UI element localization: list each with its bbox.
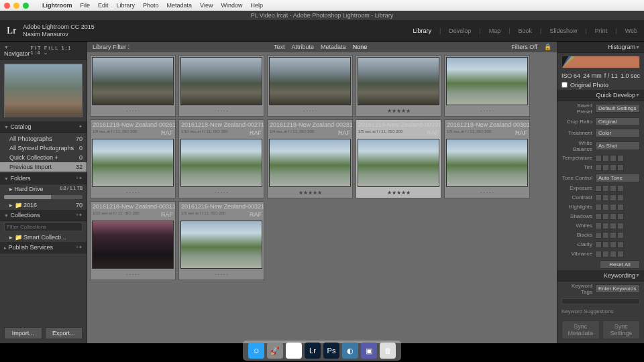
thumbnail-grid[interactable]: · · · · ·· · · · ·· · · · ·★★★★★· · · · … [87,52,557,343]
rating-stars[interactable]: · · · · · [268,107,352,116]
stepper-button[interactable] [610,164,616,171]
module-develop[interactable]: Develop [449,27,471,34]
rating-stars[interactable]: · · · · · [91,270,175,280]
publish-header[interactable]: ▸ Publish Services+✦ [0,242,87,253]
thumbnail-cell[interactable]: · · · · · [267,55,353,117]
stepper-button[interactable] [602,241,609,248]
rating-stars[interactable]: · · · · · [445,188,529,198]
stepper-button[interactable] [595,204,602,210]
thumbnail-cell[interactable]: 20161218-New Zealand-002612/18/16…9:17 A… [90,119,176,198]
sync-metadata-button[interactable]: Sync Metadata [561,320,600,339]
filter-text[interactable]: Text [274,44,285,50]
module-map[interactable]: Map [489,27,501,34]
stepper-button[interactable] [602,155,609,162]
stepper-button[interactable] [595,164,602,171]
filter-attribute[interactable]: Attribute [292,44,315,50]
dock-chrome[interactable]: ◉ [286,343,302,359]
histogram-header[interactable]: Histogram ▼ [557,42,644,53]
dock-lightroom[interactable]: Lr [305,343,321,359]
filter-metadata[interactable]: Metadata [321,44,346,50]
stepper-button[interactable] [610,213,616,220]
autotone-button[interactable]: Auto Tone [595,174,640,182]
stepper-button[interactable] [617,251,624,257]
close-dot[interactable] [4,3,10,9]
menu-photo[interactable]: Photo [143,2,159,9]
thumbnail-image[interactable] [180,221,262,269]
keywording-header[interactable]: Keywording ▼ [557,270,644,282]
minimize-dot[interactable] [13,3,19,9]
thumbnail-image[interactable] [180,139,262,187]
crop-dropdown[interactable]: Original [595,117,640,126]
volume-row[interactable]: ▸ Hard Drive 0.8 / 1.1 TB [0,184,87,194]
stepper-button[interactable] [602,194,609,201]
stepper-button[interactable] [610,204,616,210]
navigator-modes[interactable]: FIT FILL 1:1 1:4 ⌄ [31,46,83,56]
stepper-button[interactable] [610,223,616,229]
stepper-button[interactable] [617,223,624,229]
rating-stars[interactable]: · · · · · [179,270,264,280]
collections-filter[interactable] [4,223,83,231]
catalog-header[interactable]: ▼ Catalog✦ [0,121,87,133]
rating-stars[interactable]: ★★★★★ [356,107,441,116]
thumbnail-image[interactable] [92,57,174,105]
stepper-button[interactable] [595,223,602,229]
stepper-button[interactable] [602,204,609,210]
zoom-dot[interactable] [23,3,29,9]
smart-collections[interactable]: ▸ 📁 Smart Collecti... [0,233,87,242]
stepper-button[interactable] [610,241,616,248]
menu-edit[interactable]: Edit [98,2,109,9]
stepper-button[interactable] [602,185,609,192]
filter-lock-icon[interactable]: 🔒 [544,44,551,50]
thumbnail-image[interactable] [92,221,174,269]
stepper-button[interactable] [617,185,624,192]
menu-metadata[interactable]: Metadata [167,2,193,9]
thumbnail-cell[interactable]: 20161218-New Zealand-002812/18/16…9:44 A… [267,119,353,198]
stepper-button[interactable] [610,185,616,192]
stepper-button[interactable] [610,232,616,239]
thumbnail-image[interactable] [269,139,351,187]
module-print[interactable]: Print [595,27,608,34]
menu-app[interactable]: Lightroom [42,2,72,9]
rating-stars[interactable]: · · · · · [179,107,264,116]
reset-all-button[interactable]: Reset All [600,260,640,269]
treatment-dropdown[interactable]: Color [595,129,640,137]
menu-view[interactable]: View [200,2,213,9]
filters-off[interactable]: Filters Off [511,44,537,50]
rating-stars[interactable]: ★★★★★ [268,188,352,198]
stepper-button[interactable] [595,194,602,201]
original-photo-check[interactable]: Original Photo [557,80,644,90]
folder-2016[interactable]: ▸ 📁 2016 70 [0,200,87,210]
stepper-button[interactable] [595,232,602,239]
dock-trash[interactable]: 🗑 [380,343,396,359]
thumbnail-cell[interactable]: · · · · · [90,55,176,117]
thumbnail-image[interactable] [358,139,439,187]
import-button[interactable]: Import... [4,327,42,339]
folders-header[interactable]: ▼ Folders+✦ [0,173,87,184]
export-button[interactable]: Export... [45,327,83,339]
stepper-button[interactable] [617,164,624,171]
thumbnail-cell[interactable]: 20161218-New Zealand-002712/18/16…9:18 A… [178,119,264,198]
menu-help[interactable]: Help [250,2,263,9]
keyword-tags-dropdown[interactable]: Enter Keywords [595,284,640,293]
rating-stars[interactable]: · · · · · [445,107,529,116]
stepper-button[interactable] [602,213,609,220]
catalog-item[interactable]: All Synced Photographs0 [0,143,87,153]
keyword-entry[interactable] [561,298,640,304]
quick-develop-header[interactable]: Quick Develop ▼ [557,90,644,101]
module-library[interactable]: Library [413,27,431,34]
rating-stars[interactable]: · · · · · [91,188,175,198]
module-book[interactable]: Book [519,27,533,34]
stepper-button[interactable] [617,194,624,201]
rating-stars[interactable]: · · · · · [179,188,264,198]
stepper-button[interactable] [595,251,602,257]
stepper-button[interactable] [595,241,602,248]
stepper-button[interactable] [610,194,616,201]
stepper-button[interactable] [617,204,624,210]
stepper-button[interactable] [595,213,602,220]
stepper-button[interactable] [617,155,624,162]
stepper-button[interactable] [602,232,609,239]
thumbnail-image[interactable] [180,57,262,105]
dock-finder[interactable]: ☺ [248,343,264,359]
catalog-item[interactable]: Quick Collection +0 [0,153,87,162]
thumbnail-cell[interactable]: · · · · · [178,55,264,117]
